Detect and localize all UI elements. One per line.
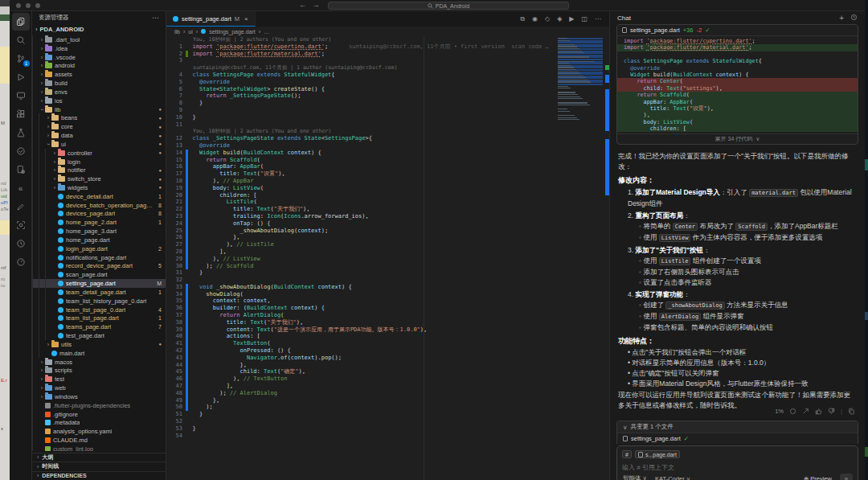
open-changes-icon[interactable]: ⧉ [520,15,525,23]
edit-pencil-icon[interactable] [12,198,30,215]
code-editor[interactable]: You, 10秒钟前 | 2 authors (You and one othe… [166,36,609,480]
tree-root[interactable]: › PDA_ANDROID [32,24,166,34]
code-line[interactable]: 7 return _SettingsPageState(); [166,92,609,100]
tree-item[interactable]: analysis_options.yaml [32,427,166,436]
tree-item[interactable]: ›scripts [32,366,166,375]
copy-icon[interactable] [848,408,855,415]
search-icon[interactable] [12,31,30,49]
prev-change-icon[interactable]: ◇ [545,15,550,23]
tree-item[interactable]: custom_lint.log [32,445,166,451]
code-line[interactable]: 13 @override [166,142,609,150]
code-line[interactable]: 16 appBar: AppBar( [166,163,609,170]
tree-item[interactable]: devices_batch_operation_page.dart8 [32,201,166,210]
tree-item[interactable]: home_page.dart [32,236,166,244]
tree-item[interactable]: home_page_2.dart1 [32,218,166,227]
preview-toggle[interactable]: ⊕ Preview [804,475,832,480]
code-line[interactable]: 22 title: Text("关于我们"), [166,206,609,213]
code-line[interactable]: 10} [166,114,609,121]
tree-item[interactable]: .flutter-plugins-dependencies [32,401,166,410]
source-control-icon[interactable]: 1 [12,50,30,68]
more-actions-icon[interactable]: ⋯ [595,15,601,23]
code-line[interactable]: 51 } [166,411,609,418]
hash-context-chip[interactable]: # [622,450,632,458]
code-line[interactable]: 9 [166,107,609,114]
code-line[interactable]: 32 [166,277,609,284]
code-line[interactable]: 17 title: Text("设置"), [166,170,609,178]
changes-summary-row[interactable]: ∨共变更 1 个文件 [617,421,858,433]
run-debug-icon[interactable] [12,68,30,86]
code-line[interactable]: 45 child: Text("确定"), [166,368,609,375]
tree-item[interactable]: team_list_history_page_0.dart [32,297,166,306]
code-line[interactable]: 37 return AlertDialog( [166,312,609,319]
tree-item[interactable]: teams_page.dart7 [32,322,166,331]
tree-item[interactable]: login_page.dart2 [32,244,166,253]
code-line[interactable]: 5 @override [166,79,609,86]
code-line[interactable]: 6 State<StatefulWidget> createState() { [166,86,609,93]
codelens-annotation[interactable]: You, 10秒钟前 | 2 authors (You and one othe… [166,36,609,43]
tree-item[interactable]: team_detail_page.dart1 [32,288,166,297]
code-line[interactable]: 11 [166,121,609,129]
tree-item[interactable]: ›.dart_tool [32,35,166,44]
code-line[interactable]: 19 body: ListView( [166,185,609,192]
expand-diff-button[interactable]: 展开 34 行代码∨ [617,133,858,144]
tree-item[interactable]: record_device_page.dart5 [32,262,166,271]
thumbs-down-icon[interactable] [828,408,835,415]
tree-item[interactable]: main.dart [32,349,166,358]
code-line[interactable]: 36 builder: (BuildContext context) { [166,305,609,312]
gauge-icon[interactable] [12,253,30,271]
tree-item[interactable]: ›android [32,61,166,70]
share-icon[interactable] [802,408,809,415]
tree-item[interactable]: ›controller● [32,149,166,158]
tree-item[interactable]: team_list_page_0.dart4 [32,306,166,314]
tree-item[interactable]: notifications_page.dart [32,253,166,262]
next-change-icon[interactable]: ◈ [557,15,562,23]
code-line[interactable]: 44 }, [166,362,609,369]
code-line[interactable]: 38 title: Text("关于我们"), [166,319,609,326]
tree-item[interactable]: ›core● [32,122,166,131]
code-line[interactable]: 28 ], [166,248,609,256]
tree-item[interactable]: ›utils● [32,340,166,349]
code-line[interactable]: 47 ], [166,383,609,390]
code-line[interactable]: 23 trailing: Icon(Icons.arrow_forward_io… [166,213,609,220]
model-selector[interactable]: KAT-Coder ∨ [655,475,690,480]
tree-item[interactable]: ›envs [32,88,166,96]
code-line[interactable]: 25 _showAboutDialog(context); [166,228,609,235]
tree-item[interactable]: ›macos [32,358,166,367]
tree-item[interactable]: ›lib● [32,105,166,114]
code-line[interactable]: 53} [166,425,609,433]
code-line[interactable]: 21 ListTile( [166,199,609,206]
tree-item[interactable]: ›test [32,375,166,384]
code-line[interactable]: 34 showDialog( [166,291,609,298]
thumbs-up-icon[interactable] [815,408,822,415]
code-line[interactable]: 42 onPressed: () { [166,347,609,355]
collapse-sidebar-icon[interactable]: « [12,179,30,197]
code-line[interactable]: 12class _SettingsPageState extends State… [166,135,609,142]
code-line[interactable]: 31 } [166,269,609,277]
code-line[interactable]: 48 ); // AlertDialog [166,390,609,397]
code-line[interactable]: 15 return Scaffold( [166,157,609,164]
file-context-chip[interactable]: s...page.dart [635,450,680,458]
code-line[interactable]: 3 [166,57,609,64]
tree-item[interactable]: ›.idea [32,44,166,53]
code-line[interactable]: 18 ), // AppBar [166,178,609,185]
code-line[interactable]: 52 [166,418,609,425]
tree-item[interactable]: ›ui● [32,140,166,149]
tree-item[interactable]: CLAUDE.md [32,436,166,445]
explorer-icon[interactable] [12,13,30,31]
explorer-more-actions-icon[interactable]: ⋯ [152,14,159,22]
remote-explorer-icon[interactable] [12,87,30,105]
tree-item[interactable]: ›login [32,158,166,166]
tree-item[interactable]: ›.vscode [32,53,166,62]
tree-item[interactable]: device_detail.dart1 [32,192,166,201]
history-nav-arrows[interactable]: ←→ [299,1,326,9]
todo-check-icon[interactable] [12,142,30,160]
command-center-search[interactable]: PDA_Android [328,2,569,10]
tree-item[interactable]: scan_page.dart [32,270,166,279]
scan-search-icon[interactable] [12,216,30,234]
code-line[interactable]: 1import 'package:flutter/cupertino.dart'… [166,43,609,51]
tree-item[interactable]: ›switch_store● [32,174,166,183]
codelens-annotation[interactable]: You, 10秒钟前 | 2 authors (You and one othe… [166,128,609,135]
section-outline[interactable]: ›大纲 [32,453,166,462]
code-line[interactable]: 40 actions: [ [166,333,609,340]
diff-card-header[interactable]: settings_page.dart +36 -2 ✓ [617,25,858,36]
